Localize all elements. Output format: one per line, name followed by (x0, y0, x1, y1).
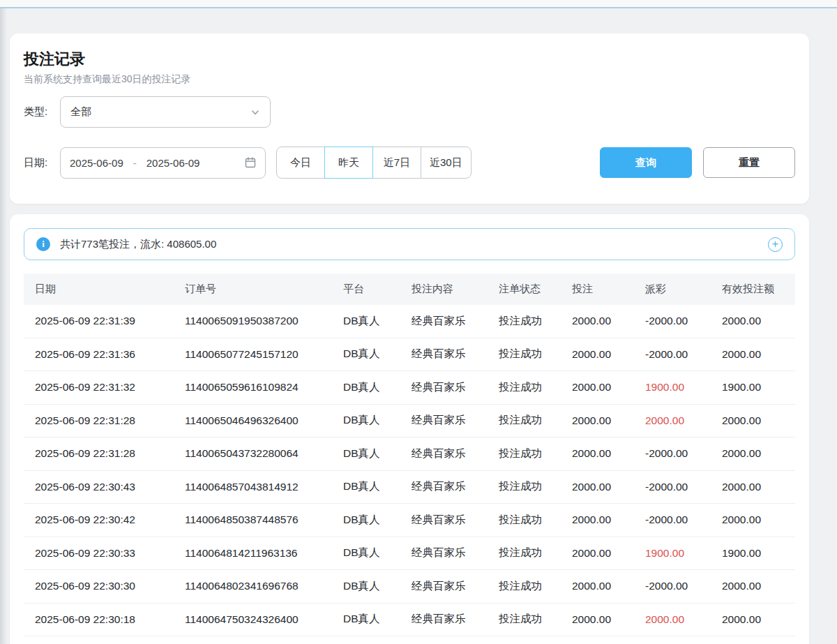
cell-content: 经典百家乐 (400, 447, 488, 461)
cell-platform: DB真人 (332, 314, 400, 329)
column-header: 投注 (561, 283, 634, 296)
cell-content: 经典百家乐 (400, 579, 488, 594)
cell-status: 投注成功 (488, 513, 561, 527)
page-subtitle: 当前系统支持查询最近30日的投注记录 (24, 73, 795, 86)
cell-valid: 2000.00 (711, 580, 795, 592)
chevron-down-icon (250, 107, 260, 117)
cell-status: 投注成功 (488, 612, 561, 627)
expand-plus-icon[interactable]: + (768, 237, 783, 252)
cell-content: 经典百家乐 (400, 380, 488, 395)
cell-date: 2025-06-09 22:31:32 (24, 381, 174, 394)
cell-date: 2025-06-09 22:30:43 (24, 481, 174, 493)
cell-payout: -2000.00 (634, 481, 711, 493)
cell-order: 1140065046496326400 (174, 414, 332, 427)
cell-valid: 1900.00 (711, 547, 795, 560)
summary-text: 共计773笔投注，流水: 408605.00 (60, 238, 216, 251)
cell-platform: DB真人 (332, 513, 400, 527)
top-divider-line (0, 7, 837, 8)
cell-payout: 1900.00 (634, 381, 711, 394)
cell-bet: 2000.00 (561, 514, 634, 526)
range-button-recent30[interactable]: 近30日 (421, 147, 472, 179)
column-header: 投注内容 (400, 283, 488, 296)
cell-platform: DB真人 (332, 380, 400, 395)
cell-date: 2025-06-09 22:31:28 (24, 414, 174, 427)
cell-content: 经典百家乐 (400, 479, 488, 494)
cell-valid: 2000.00 (711, 315, 795, 327)
table-row: 2025-06-09 22:30:181140064750324326400DB… (24, 604, 795, 637)
date-range-picker[interactable]: 2025-06-09 - 2025-06-09 (60, 147, 266, 179)
cell-status: 投注成功 (488, 413, 561, 428)
cell-valid: 2000.00 (711, 613, 795, 626)
table-row: 2025-06-09 22:30:431140064857043814912DB… (24, 471, 795, 504)
cell-order: 1140064850387448576 (174, 514, 332, 526)
cell-date: 2025-06-09 22:31:39 (24, 315, 174, 327)
cell-status: 投注成功 (488, 314, 561, 329)
cell-payout: -2000.00 (634, 514, 711, 526)
cell-payout: 2000.00 (634, 613, 711, 626)
cell-valid: 2000.00 (711, 447, 795, 460)
cell-bet: 2000.00 (561, 547, 634, 560)
cell-bet: 2000.00 (561, 315, 634, 327)
cell-date: 2025-06-09 22:31:36 (24, 348, 174, 361)
cell-status: 投注成功 (488, 479, 561, 494)
page-left-edge-shadow (0, 8, 7, 644)
range-button-recent7[interactable]: 近7日 (372, 147, 421, 179)
column-header: 注单状态 (488, 283, 561, 296)
cell-valid: 2000.00 (711, 481, 795, 493)
cell-bet: 2000.00 (561, 447, 634, 460)
cell-platform: DB真人 (332, 347, 400, 361)
cell-content: 经典百家乐 (400, 413, 488, 428)
table-row: 2025-06-09 22:31:391140065091950387200DB… (24, 305, 795, 338)
cell-platform: DB真人 (332, 413, 400, 428)
cell-platform: DB真人 (332, 579, 400, 594)
cell-order: 1140064857043814912 (174, 481, 332, 493)
cell-content: 经典百家乐 (400, 314, 488, 329)
date-label: 日期: (24, 156, 56, 170)
cell-payout: -2000.00 (634, 348, 711, 361)
cell-bet: 2000.00 (561, 381, 634, 394)
cell-content: 经典百家乐 (400, 513, 488, 527)
records-card: i 共计773笔投注，流水: 408605.00 + 日期订单号平台投注内容注单… (10, 214, 809, 644)
quick-range-group: 今日昨天近7日近30日 (276, 147, 472, 179)
cell-date: 2025-06-09 22:31:28 (24, 447, 174, 460)
range-button-yesterday[interactable]: 昨天 (324, 147, 373, 179)
cell-date: 2025-06-09 22:30:18 (24, 613, 174, 626)
table-row: 2025-06-09 22:31:281140065046496326400DB… (24, 405, 795, 438)
search-button[interactable]: 查询 (600, 147, 692, 178)
cell-status: 投注成功 (488, 380, 561, 395)
cell-valid: 1900.00 (711, 381, 795, 394)
table-row: 2025-06-09 22:31:281140065043732280064DB… (24, 437, 795, 471)
table-body: 2025-06-09 22:31:391140065091950387200DB… (24, 305, 795, 636)
range-button-today[interactable]: 今日 (276, 147, 325, 179)
cell-bet: 2000.00 (561, 580, 634, 592)
date-end-value: 2025-06-09 (146, 157, 200, 169)
table-row: 2025-06-09 22:30:331140064814211963136DB… (24, 537, 795, 571)
date-start-value: 2025-06-09 (70, 157, 123, 169)
cell-status: 投注成功 (488, 347, 561, 361)
cell-payout: 2000.00 (634, 414, 711, 427)
cell-platform: DB真人 (332, 546, 400, 560)
cell-order: 1140065043732280064 (174, 447, 332, 460)
cell-bet: 2000.00 (561, 414, 634, 427)
cell-order: 1140064750324326400 (174, 613, 332, 626)
summary-bar: i 共计773笔投注，流水: 408605.00 + (24, 228, 795, 260)
cell-payout: -2000.00 (634, 315, 711, 327)
cell-platform: DB真人 (332, 612, 400, 627)
reset-button[interactable]: 重置 (703, 147, 795, 178)
table-row: 2025-06-09 22:30:301140064802341696768DB… (24, 570, 795, 604)
cell-order: 1140064802341696768 (174, 580, 332, 592)
cell-date: 2025-06-09 22:30:33 (24, 547, 174, 560)
cell-platform: DB真人 (332, 447, 400, 461)
column-header: 派彩 (634, 283, 711, 296)
cell-date: 2025-06-09 22:30:42 (24, 514, 174, 526)
type-select[interactable]: 全部 (60, 96, 271, 128)
cell-content: 经典百家乐 (400, 347, 488, 361)
cell-bet: 2000.00 (561, 348, 634, 361)
column-header: 有效投注额 (711, 283, 795, 296)
cell-content: 经典百家乐 (400, 612, 488, 627)
cell-valid: 2000.00 (711, 348, 795, 361)
cell-date: 2025-06-09 22:30:30 (24, 580, 174, 592)
page-title: 投注记录 (24, 50, 795, 68)
table-header: 日期订单号平台投注内容注单状态投注派彩有效投注额 (24, 274, 795, 305)
column-header: 平台 (332, 283, 400, 296)
